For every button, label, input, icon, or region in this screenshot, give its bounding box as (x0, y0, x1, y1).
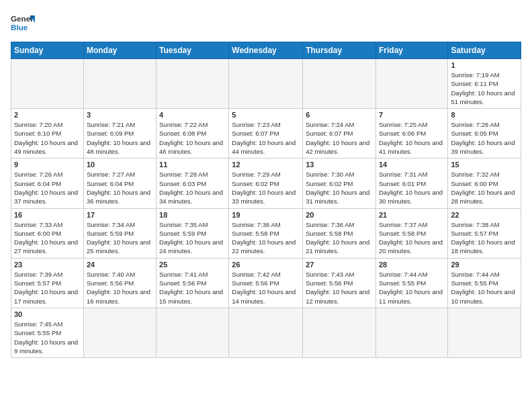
calendar-cell: 25Sunrise: 7:41 AM Sunset: 5:56 PM Dayli… (157, 258, 229, 308)
day-number: 8 (451, 111, 518, 119)
day-info: Sunrise: 7:19 AM Sunset: 6:11 PM Dayligh… (451, 71, 518, 106)
day-info: Sunrise: 7:36 AM Sunset: 5:58 PM Dayligh… (306, 220, 373, 256)
day-number: 9 (14, 161, 81, 169)
day-number: 25 (159, 261, 226, 269)
calendar-cell: 21Sunrise: 7:37 AM Sunset: 5:58 PM Dayli… (375, 208, 447, 258)
day-info: Sunrise: 7:34 AM Sunset: 5:59 PM Dayligh… (87, 220, 153, 256)
day-info: Sunrise: 7:26 AM Sunset: 6:05 PM Dayligh… (451, 120, 518, 156)
page: General Blue SundayMondayTuesdayWednesda… (0, 0, 532, 411)
day-info: Sunrise: 7:42 AM Sunset: 5:56 PM Dayligh… (232, 270, 300, 306)
calendar-cell (448, 308, 521, 357)
day-info: Sunrise: 7:30 AM Sunset: 6:02 PM Dayligh… (306, 170, 373, 205)
day-number: 2 (14, 111, 81, 119)
calendar-cell: 3Sunrise: 7:21 AM Sunset: 6:09 PM Daylig… (83, 109, 156, 158)
day-info: Sunrise: 7:24 AM Sunset: 6:07 PM Dayligh… (306, 120, 373, 156)
day-info: Sunrise: 7:22 AM Sunset: 6:08 PM Dayligh… (159, 120, 226, 156)
day-number: 22 (451, 211, 518, 219)
calendar-cell: 8Sunrise: 7:26 AM Sunset: 6:05 PM Daylig… (448, 109, 521, 158)
day-info: Sunrise: 7:37 AM Sunset: 5:58 PM Dayligh… (379, 220, 445, 256)
day-number: 30 (14, 310, 81, 318)
calendar-cell: 15Sunrise: 7:32 AM Sunset: 6:00 PM Dayli… (448, 158, 521, 208)
day-info: Sunrise: 7:36 AM Sunset: 5:58 PM Dayligh… (232, 220, 300, 256)
calendar-cell: 20Sunrise: 7:36 AM Sunset: 5:58 PM Dayli… (303, 208, 376, 258)
weekday-header-sunday: Sunday (11, 42, 84, 59)
calendar-cell: 14Sunrise: 7:31 AM Sunset: 6:01 PM Dayli… (375, 158, 447, 208)
calendar-cell: 7Sunrise: 7:25 AM Sunset: 6:06 PM Daylig… (375, 109, 447, 158)
day-info: Sunrise: 7:44 AM Sunset: 5:55 PM Dayligh… (451, 270, 518, 306)
calendar-cell (375, 308, 447, 357)
day-info: Sunrise: 7:44 AM Sunset: 5:55 PM Dayligh… (379, 270, 445, 306)
day-number: 29 (451, 261, 518, 269)
day-number: 21 (379, 211, 445, 219)
day-info: Sunrise: 7:35 AM Sunset: 5:59 PM Dayligh… (159, 220, 226, 256)
header: General Blue (11, 11, 521, 35)
calendar-cell: 9Sunrise: 7:26 AM Sunset: 6:04 PM Daylig… (11, 158, 84, 208)
day-info: Sunrise: 7:33 AM Sunset: 6:00 PM Dayligh… (14, 220, 81, 256)
day-info: Sunrise: 7:39 AM Sunset: 5:57 PM Dayligh… (14, 270, 81, 306)
calendar-cell: 11Sunrise: 7:28 AM Sunset: 6:03 PM Dayli… (157, 158, 229, 208)
calendar-cell (303, 308, 376, 357)
calendar-week-2: 2Sunrise: 7:20 AM Sunset: 6:10 PM Daylig… (11, 109, 521, 158)
weekday-header-thursday: Thursday (303, 42, 376, 59)
day-number: 1 (451, 61, 518, 69)
calendar-week-5: 23Sunrise: 7:39 AM Sunset: 5:57 PM Dayli… (11, 258, 521, 308)
day-number: 19 (232, 211, 300, 219)
day-number: 4 (159, 111, 226, 119)
calendar-table: SundayMondayTuesdayWednesdayThursdayFrid… (11, 42, 521, 358)
calendar-cell: 10Sunrise: 7:27 AM Sunset: 6:04 PM Dayli… (83, 158, 156, 208)
calendar-cell: 1Sunrise: 7:19 AM Sunset: 6:11 PM Daylig… (448, 59, 521, 109)
day-info: Sunrise: 7:45 AM Sunset: 5:55 PM Dayligh… (14, 320, 81, 355)
day-info: Sunrise: 7:26 AM Sunset: 6:04 PM Dayligh… (14, 170, 81, 205)
calendar-cell: 29Sunrise: 7:44 AM Sunset: 5:55 PM Dayli… (448, 258, 521, 308)
generalblue-logo-icon: General Blue (11, 11, 35, 35)
day-number: 16 (14, 211, 81, 219)
weekday-header-row: SundayMondayTuesdayWednesdayThursdayFrid… (11, 42, 521, 59)
calendar-week-6: 30Sunrise: 7:45 AM Sunset: 5:55 PM Dayli… (11, 308, 521, 357)
day-number: 12 (232, 161, 300, 169)
calendar-cell (157, 59, 229, 109)
day-number: 3 (87, 111, 153, 119)
weekday-header-tuesday: Tuesday (157, 42, 229, 59)
calendar-cell: 22Sunrise: 7:38 AM Sunset: 5:57 PM Dayli… (448, 208, 521, 258)
calendar-cell (229, 59, 303, 109)
calendar-cell (157, 308, 229, 357)
day-number: 14 (379, 161, 445, 169)
calendar-cell (229, 308, 303, 357)
calendar-cell: 24Sunrise: 7:40 AM Sunset: 5:56 PM Dayli… (83, 258, 156, 308)
day-number: 5 (232, 111, 300, 119)
calendar-cell (83, 59, 156, 109)
calendar-week-3: 9Sunrise: 7:26 AM Sunset: 6:04 PM Daylig… (11, 158, 521, 208)
day-info: Sunrise: 7:21 AM Sunset: 6:09 PM Dayligh… (87, 120, 153, 156)
calendar-cell: 4Sunrise: 7:22 AM Sunset: 6:08 PM Daylig… (157, 109, 229, 158)
day-info: Sunrise: 7:43 AM Sunset: 5:56 PM Dayligh… (306, 270, 373, 306)
logo: General Blue (11, 11, 35, 35)
day-info: Sunrise: 7:41 AM Sunset: 5:56 PM Dayligh… (159, 270, 226, 306)
calendar-cell: 28Sunrise: 7:44 AM Sunset: 5:55 PM Dayli… (375, 258, 447, 308)
day-number: 20 (306, 211, 373, 219)
day-info: Sunrise: 7:20 AM Sunset: 6:10 PM Dayligh… (14, 120, 81, 156)
calendar-cell: 13Sunrise: 7:30 AM Sunset: 6:02 PM Dayli… (303, 158, 376, 208)
day-number: 18 (159, 211, 226, 219)
calendar-cell: 27Sunrise: 7:43 AM Sunset: 5:56 PM Dayli… (303, 258, 376, 308)
day-number: 11 (159, 161, 226, 169)
calendar-cell: 6Sunrise: 7:24 AM Sunset: 6:07 PM Daylig… (303, 109, 376, 158)
svg-text:Blue: Blue (11, 23, 28, 32)
day-info: Sunrise: 7:25 AM Sunset: 6:06 PM Dayligh… (379, 120, 445, 156)
day-number: 6 (306, 111, 373, 119)
calendar-cell: 18Sunrise: 7:35 AM Sunset: 5:59 PM Dayli… (157, 208, 229, 258)
day-number: 10 (87, 161, 153, 169)
day-number: 13 (306, 161, 373, 169)
day-info: Sunrise: 7:28 AM Sunset: 6:03 PM Dayligh… (159, 170, 226, 205)
calendar-cell: 30Sunrise: 7:45 AM Sunset: 5:55 PM Dayli… (11, 308, 84, 357)
day-number: 23 (14, 261, 81, 269)
weekday-header-friday: Friday (375, 42, 447, 59)
day-number: 7 (379, 111, 445, 119)
calendar-week-1: 1Sunrise: 7:19 AM Sunset: 6:11 PM Daylig… (11, 59, 521, 109)
day-info: Sunrise: 7:27 AM Sunset: 6:04 PM Dayligh… (87, 170, 153, 205)
calendar-cell (11, 59, 84, 109)
day-number: 15 (451, 161, 518, 169)
day-info: Sunrise: 7:23 AM Sunset: 6:07 PM Dayligh… (232, 120, 300, 156)
day-info: Sunrise: 7:29 AM Sunset: 6:02 PM Dayligh… (232, 170, 300, 205)
calendar-cell (375, 59, 447, 109)
weekday-header-saturday: Saturday (448, 42, 521, 59)
